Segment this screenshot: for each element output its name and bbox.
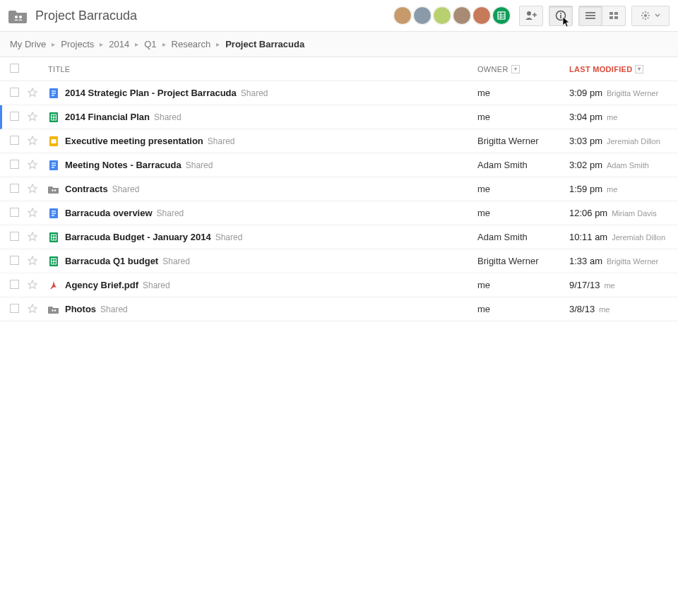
svg-point-56 — [52, 309, 53, 311]
avatar[interactable] — [393, 6, 412, 25]
file-modified-time: 3:04 pm — [569, 112, 602, 122]
avatar[interactable] — [433, 6, 451, 25]
table-row[interactable]: Barracuda Budget - January 2014SharedAda… — [0, 225, 678, 249]
table-row[interactable]: Meeting Notes - BarracudaSharedAdam Smit… — [0, 153, 678, 177]
shared-label: Shared — [154, 112, 182, 122]
chevron-right-icon: ▸ — [135, 40, 138, 48]
table-row[interactable]: 2014 Financial PlanSharedme3:04 pmme — [0, 105, 678, 129]
avatar[interactable] — [453, 6, 471, 25]
avatar[interactable] — [472, 6, 491, 25]
table-row[interactable]: Agency Brief.pdfSharedme9/17/13me — [0, 273, 678, 297]
breadcrumb-item[interactable]: Q1 — [144, 39, 156, 49]
svg-line-27 — [648, 13, 648, 13]
star-icon[interactable] — [27, 279, 38, 290]
column-modified[interactable]: LAST MODIFIED▾ — [569, 65, 643, 73]
select-all-checkbox[interactable] — [10, 64, 19, 73]
star-icon[interactable] — [27, 303, 38, 314]
file-title[interactable]: Barracuda Budget - January 2014 — [65, 232, 211, 242]
star-icon[interactable] — [27, 135, 38, 146]
file-title[interactable]: Photos — [65, 304, 96, 314]
info-button[interactable] — [549, 6, 573, 26]
doc-icon — [48, 88, 59, 99]
file-owner: me — [477, 304, 490, 314]
add-person-button[interactable] — [519, 6, 543, 26]
row-checkbox[interactable] — [10, 112, 19, 121]
row-checkbox[interactable] — [10, 232, 19, 241]
table-row[interactable]: 2014 Strategic Plan - Project BarracudaS… — [0, 81, 678, 105]
file-title[interactable]: Barracuda overview — [65, 208, 153, 218]
row-checkbox[interactable] — [10, 256, 19, 265]
file-title[interactable]: 2014 Financial Plan — [65, 112, 150, 122]
avatar[interactable] — [413, 6, 432, 25]
file-title[interactable]: 2014 Strategic Plan - Project Barracuda — [65, 88, 237, 98]
svg-line-26 — [643, 18, 643, 18]
file-list: 2014 Strategic Plan - Project BarracudaS… — [0, 81, 678, 321]
file-title[interactable]: Meeting Notes - Barracuda — [65, 160, 182, 170]
row-checkbox[interactable] — [10, 136, 19, 145]
folder-icon — [48, 184, 59, 195]
column-title[interactable]: TITLE — [48, 65, 70, 73]
shared-label: Shared — [241, 88, 268, 98]
star-icon[interactable] — [27, 183, 38, 194]
row-checkbox[interactable] — [10, 304, 19, 313]
svg-point-19 — [644, 14, 647, 17]
collaborator-avatars — [393, 6, 511, 25]
file-modified-time: 9/17/13 — [569, 280, 600, 290]
svg-rect-16 — [614, 12, 618, 15]
row-checkbox[interactable] — [10, 160, 19, 169]
svg-rect-17 — [609, 16, 613, 19]
file-title[interactable]: Contracts — [65, 184, 108, 194]
row-checkbox[interactable] — [10, 208, 19, 217]
star-icon[interactable] — [27, 255, 38, 266]
file-modified-time: 3:02 pm — [569, 160, 602, 170]
chevron-right-icon: ▸ — [216, 40, 220, 48]
svg-line-24 — [643, 13, 643, 13]
sort-dropdown-icon: ▾ — [635, 65, 643, 73]
breadcrumb-item[interactable]: Research — [172, 39, 211, 49]
star-icon[interactable] — [27, 87, 38, 98]
row-checkbox[interactable] — [10, 184, 19, 193]
table-row[interactable]: Barracuda Q1 budgetSharedBrigitta Werner… — [0, 249, 678, 273]
page-title: Project Barracuda — [35, 8, 137, 23]
settings-button[interactable] — [631, 6, 670, 26]
file-modified-by: Brigitta Werner — [607, 257, 658, 266]
breadcrumb-item[interactable]: 2014 — [109, 39, 129, 49]
star-icon[interactable] — [27, 207, 38, 218]
cursor-icon — [562, 16, 571, 28]
file-title[interactable]: Agency Brief.pdf — [65, 280, 138, 290]
breadcrumb-item: Project Barracuda — [225, 39, 304, 49]
breadcrumb-item[interactable]: My Drive — [10, 39, 46, 49]
row-checkbox[interactable] — [10, 280, 19, 289]
star-icon[interactable] — [27, 231, 38, 242]
grid-view-button[interactable] — [602, 6, 626, 26]
breadcrumb-item[interactable]: Projects — [61, 39, 94, 49]
file-modified-time: 1:33 am — [569, 256, 602, 266]
chevron-right-icon: ▸ — [162, 40, 166, 48]
shared-label: Shared — [208, 136, 235, 146]
chevron-right-icon: ▸ — [100, 40, 103, 48]
shared-label: Shared — [143, 280, 170, 290]
file-modified-time: 10:11 am — [569, 232, 607, 242]
sheet-icon — [48, 112, 59, 123]
sheet-icon — [48, 256, 59, 267]
table-row[interactable]: Executive meeting presentationSharedBrig… — [0, 129, 678, 153]
table-header: TITLE OWNER▾ LAST MODIFIED▾ — [0, 57, 678, 81]
table-row[interactable]: Barracuda overviewSharedme12:06 pmMiriam… — [0, 201, 678, 225]
app-avatar[interactable] — [492, 6, 511, 25]
list-view-button[interactable] — [578, 6, 602, 26]
svg-point-57 — [54, 309, 56, 311]
file-title[interactable]: Barracuda Q1 budget — [65, 256, 158, 266]
star-icon[interactable] — [27, 159, 38, 170]
column-owner[interactable]: OWNER▾ — [477, 65, 520, 73]
file-owner: me — [477, 88, 490, 98]
file-title[interactable]: Executive meeting presentation — [65, 136, 203, 146]
star-icon[interactable] — [27, 111, 38, 122]
file-modified-by: Jeremiah Dillon — [612, 233, 665, 242]
file-modified-by: Brigitta Werner — [607, 89, 658, 97]
row-checkbox[interactable] — [10, 88, 19, 97]
file-owner: Adam Smith — [477, 160, 528, 170]
table-row[interactable]: PhotosSharedme3/8/13me — [0, 297, 678, 321]
shared-folder-icon — [8, 8, 28, 23]
file-owner: me — [477, 208, 490, 218]
table-row[interactable]: ContractsSharedme1:59 pmme — [0, 177, 678, 201]
